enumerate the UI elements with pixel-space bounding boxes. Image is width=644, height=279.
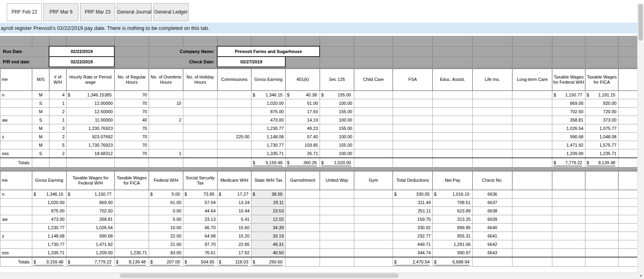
cell[interactable]: $1,346.15385	[67, 91, 115, 99]
cell[interactable]	[585, 257, 618, 267]
cell[interactable]: 1,148.08	[251, 133, 286, 141]
cell[interactable]	[183, 158, 218, 167]
cell[interactable]	[218, 99, 251, 108]
cell[interactable]: 64.98	[183, 232, 218, 240]
cell[interactable]	[552, 215, 585, 224]
cell[interactable]: 899.85	[433, 224, 473, 232]
cell[interactable]	[320, 190, 354, 198]
cell[interactable]: 57.40	[286, 133, 320, 141]
cell[interactable]	[393, 91, 433, 99]
cell[interactable]	[512, 124, 552, 133]
cell[interactable]	[585, 224, 618, 232]
cell[interactable]	[512, 190, 552, 198]
cell[interactable]	[433, 124, 473, 133]
cell[interactable]: 29.11	[251, 198, 286, 207]
cell[interactable]	[286, 232, 320, 240]
cell[interactable]: aw	[0, 215, 32, 224]
cell[interactable]	[585, 215, 618, 224]
cell[interactable]: 5	[49, 141, 67, 149]
cell[interactable]	[354, 207, 393, 215]
cell[interactable]	[320, 224, 354, 232]
cell[interactable]	[473, 257, 512, 267]
cell[interactable]: $260.60	[251, 257, 286, 267]
cell[interactable]	[512, 158, 552, 167]
tab-prf-feb-22[interactable]: PRF Feb 22	[7, 3, 42, 21]
cell[interactable]	[218, 158, 251, 167]
cell[interactable]: 76.61	[183, 249, 218, 257]
cell[interactable]: $118.03	[218, 257, 251, 267]
cell[interactable]	[552, 207, 585, 215]
cell[interactable]	[0, 224, 32, 232]
cell[interactable]: 720.00	[585, 108, 618, 116]
cell[interactable]: 1,026.54	[67, 224, 115, 232]
cell[interactable]: 66.70	[183, 224, 218, 232]
tab-general-ledger[interactable]: General Ledger	[153, 3, 188, 21]
cell[interactable]	[286, 198, 320, 207]
cell[interactable]	[618, 215, 638, 224]
cell[interactable]	[32, 158, 49, 167]
cell[interactable]: $7,779.22	[552, 158, 585, 167]
cell[interactable]	[286, 224, 320, 232]
cell[interactable]: 15.60	[218, 224, 251, 232]
cell[interactable]: aw	[0, 116, 32, 124]
cell[interactable]: 0.00	[149, 207, 183, 215]
cell[interactable]: 11.00000	[67, 116, 115, 124]
cell[interactable]: $155.00	[320, 91, 354, 99]
cell[interactable]	[0, 108, 32, 116]
cell[interactable]	[320, 198, 354, 207]
cell[interactable]	[286, 190, 320, 198]
check-date-value[interactable]: 02/27/2019	[217, 57, 285, 67]
cell[interactable]	[218, 116, 251, 124]
cell[interactable]	[618, 91, 638, 99]
cell[interactable]: 1,575.77	[585, 141, 618, 149]
cell[interactable]	[183, 141, 218, 149]
cell[interactable]: $40.38	[286, 91, 320, 99]
cell[interactable]: 83.00	[149, 249, 183, 257]
cell[interactable]	[393, 108, 433, 116]
cell[interactable]: $207.00	[149, 257, 183, 267]
cell[interactable]: 990.68	[552, 133, 585, 141]
cell[interactable]: 869.00	[67, 198, 115, 207]
cell[interactable]: 34.39	[251, 224, 286, 232]
cell[interactable]: 1,020.00	[251, 99, 286, 108]
horizontal-scrollbar-thumb[interactable]	[120, 273, 399, 278]
cell[interactable]: 1,281.06	[433, 240, 473, 249]
cell[interactable]: $17.27	[218, 190, 251, 198]
cell[interactable]	[286, 215, 320, 224]
cell[interactable]: 1,235.71	[585, 149, 618, 158]
cell[interactable]	[618, 99, 638, 108]
cell[interactable]	[354, 257, 393, 267]
cell[interactable]: 6642	[473, 240, 512, 249]
cell[interactable]: S	[32, 149, 49, 158]
cell[interactable]	[393, 116, 433, 124]
cell[interactable]: n	[0, 190, 32, 198]
cell[interactable]: n	[0, 91, 32, 99]
cell[interactable]: 330.92	[393, 224, 433, 232]
cell[interactable]	[473, 99, 512, 108]
cell[interactable]: 22.00	[149, 232, 183, 240]
cell[interactable]: 17.92	[218, 249, 251, 257]
cell[interactable]: 1,148.08	[32, 232, 67, 240]
cell[interactable]	[320, 215, 354, 224]
cell[interactable]: 449.71	[393, 240, 433, 249]
cell[interactable]	[115, 240, 149, 249]
cell[interactable]	[320, 232, 354, 240]
cell[interactable]: 855.31	[433, 232, 473, 240]
cell[interactable]: 875.00	[251, 108, 286, 116]
cell[interactable]	[618, 149, 638, 158]
cell[interactable]: 61.00	[149, 198, 183, 207]
cell[interactable]: $1,150.77	[552, 91, 585, 99]
cell[interactable]: 100.00	[320, 149, 354, 158]
cell[interactable]: 1	[149, 149, 183, 158]
cell[interactable]	[393, 149, 433, 158]
cell[interactable]	[218, 141, 251, 149]
cell[interactable]: $8,139.48	[585, 158, 618, 167]
cell[interactable]: 225.00	[218, 133, 251, 141]
cell[interactable]: 875.00	[32, 207, 67, 215]
cell[interactable]: 49.31	[251, 240, 286, 249]
cell[interactable]: 869.00	[552, 99, 585, 108]
cell[interactable]	[286, 240, 320, 249]
vertical-scrollbar[interactable]	[637, 3, 644, 273]
cell[interactable]: 1,471.92	[67, 240, 115, 249]
cell[interactable]	[433, 99, 473, 108]
